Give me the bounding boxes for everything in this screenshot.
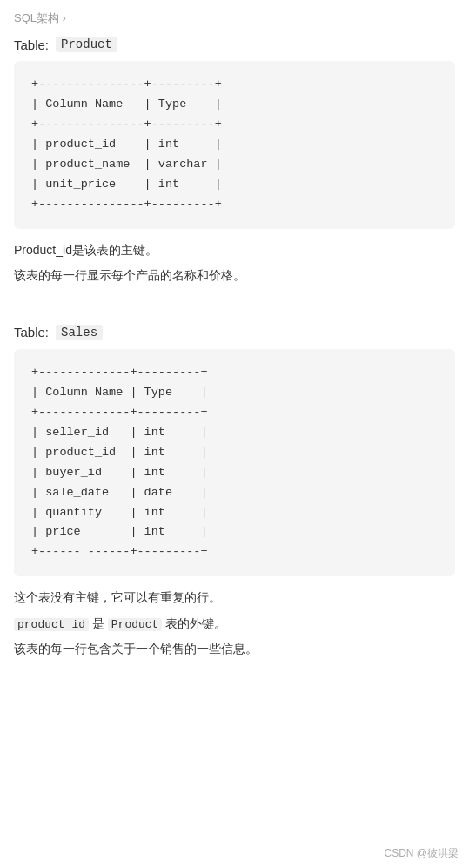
sales-label-prefix: Table: bbox=[14, 325, 49, 340]
sales-code-block: +-------------+---------+ | Column Name … bbox=[14, 349, 455, 576]
sales-desc-2-code2: Product bbox=[108, 618, 163, 631]
sales-desc-2-text2: 表的外键。 bbox=[165, 616, 226, 630]
sales-table-badge: Sales bbox=[56, 325, 103, 340]
product-table-badge: Product bbox=[56, 37, 117, 52]
product-section: Table: Product +---------------+--------… bbox=[0, 33, 469, 304]
sales-desc-3: 该表的每一行包含关于一个销售的一些信息。 bbox=[14, 638, 455, 660]
product-desc-1: Product_id是该表的主键。 bbox=[14, 239, 455, 261]
sales-section: Table: Sales +-------------+---------+ |… bbox=[0, 321, 469, 677]
breadcrumb-text: SQL架构 › bbox=[14, 11, 66, 24]
sales-desc-2-code1: product_id bbox=[14, 618, 89, 631]
breadcrumb: SQL架构 › bbox=[0, 0, 469, 33]
product-code-block: +---------------+---------+ | Column Nam… bbox=[14, 61, 455, 229]
product-label-prefix: Table: bbox=[14, 37, 49, 52]
sales-desc-2: product_id 是 Product 表的外键。 bbox=[14, 613, 455, 635]
product-table-label: Table: Product bbox=[14, 37, 455, 52]
sales-desc-2-text1: 是 bbox=[92, 616, 108, 630]
csdn-footer: CSDN @彼洪梁 bbox=[384, 846, 459, 861]
sales-table-label: Table: Sales bbox=[14, 325, 455, 340]
product-desc-2: 该表的每一行显示每个产品的名称和价格。 bbox=[14, 265, 455, 286]
sales-desc-1: 这个表没有主键，它可以有重复的行。 bbox=[14, 587, 455, 609]
